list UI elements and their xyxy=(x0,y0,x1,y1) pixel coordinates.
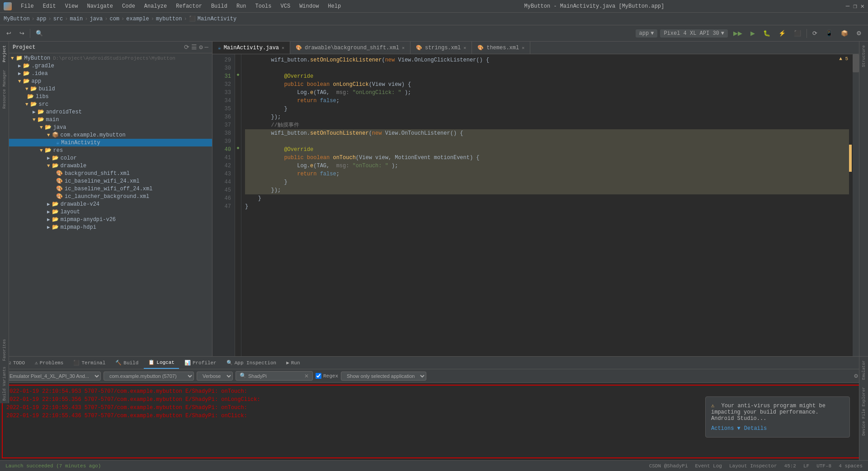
menu-window[interactable]: Window xyxy=(297,2,321,10)
editor-content[interactable]: ▲ 5 29 30 31 32 33 34 35 36 37 38 39 40 … xyxy=(212,54,859,356)
tree-item-mipmap-anydpi[interactable]: ▶ 📂 mipmap-anydpi-v26 xyxy=(9,216,212,223)
window-maximize-button[interactable]: ❐ xyxy=(853,2,857,10)
tab-mainactivity[interactable]: ☕ MainActivity.java ✕ xyxy=(212,42,290,54)
tab-close-button[interactable]: ✕ xyxy=(522,45,524,51)
tree-item-background-shift[interactable]: 🎨 background_shift.xml xyxy=(9,170,212,177)
tree-item-java[interactable]: ▼ 📂 java xyxy=(9,123,212,131)
resource-manager-tab[interactable]: Resource Manager xyxy=(1,68,8,110)
favorites-tab[interactable]: Favorites xyxy=(1,337,8,363)
panel-minimize-icon[interactable]: — xyxy=(205,43,208,51)
logcat-search-input[interactable] xyxy=(248,373,302,379)
menu-file[interactable]: File xyxy=(19,2,36,10)
breadcrumb-item-src[interactable]: src xyxy=(53,16,63,22)
window-close-button[interactable]: ✕ xyxy=(861,2,864,10)
structure-tab[interactable]: Structure xyxy=(861,43,867,69)
tree-item-mainactivity[interactable]: ☕ MainActivity xyxy=(9,139,212,146)
tab-run[interactable]: ▶ Run xyxy=(282,357,304,369)
run-config-selector[interactable]: app ▼ xyxy=(636,29,658,38)
tree-item-wifi-off-24[interactable]: 🎨 ic_baseline_wifi_off_24.xml xyxy=(9,185,212,193)
tab-terminal[interactable]: ⬛ Terminal xyxy=(69,357,110,369)
breadcrumb-item-mybutton[interactable]: MyButton xyxy=(4,16,30,22)
logcat-settings-icon[interactable]: ⚙ xyxy=(854,372,858,380)
build-variants-tab[interactable]: Build Variants xyxy=(1,365,8,403)
tab-strings[interactable]: 🎨 strings.xml ✕ xyxy=(410,42,472,54)
tree-item-wifi-24[interactable]: 🎨 ic_baseline_wifi_24.xml xyxy=(9,177,212,185)
breadcrumb-item-example[interactable]: example xyxy=(126,16,149,22)
undo-button[interactable]: ↩ xyxy=(4,29,14,38)
stop-button[interactable]: ⬛ xyxy=(791,29,804,38)
breadcrumb-item-main[interactable]: main xyxy=(70,16,83,22)
tree-item-libs[interactable]: 📂 libs xyxy=(9,93,212,100)
run-button[interactable]: ▶ xyxy=(748,29,758,38)
tree-item-idea[interactable]: ▶ 📂 .idea xyxy=(9,70,212,77)
breadcrumb-item-mainactivity[interactable]: ⬛ MainActivity xyxy=(189,15,236,22)
breadcrumb-item-app[interactable]: app xyxy=(37,16,47,22)
logcat-show-selected-dropdown[interactable]: Show only selected application xyxy=(341,372,426,381)
make-project-button[interactable]: ▶▶ xyxy=(731,29,745,38)
menu-refactor[interactable]: Refactor xyxy=(174,2,204,10)
menu-tools[interactable]: Tools xyxy=(254,2,274,10)
code-area[interactable]: wifi_button.setOnLongClickListener(new V… xyxy=(241,54,853,356)
panel-settings-icon[interactable]: ⚙ xyxy=(199,43,203,51)
logcat-search-box[interactable]: 🔍 ✕ xyxy=(236,371,313,381)
notification-details-button[interactable]: Details xyxy=(744,425,767,432)
logcat-verbose-selector[interactable]: Verbose xyxy=(197,372,233,381)
tab-close-button[interactable]: ✕ xyxy=(402,45,405,51)
menu-navigate[interactable]: Navigate xyxy=(85,2,115,10)
debug-button[interactable]: 🐛 xyxy=(760,29,773,38)
profile-button[interactable]: ⚡ xyxy=(776,29,788,38)
regex-checkbox-input[interactable] xyxy=(316,373,321,379)
search-everywhere-button[interactable]: 🔍 xyxy=(33,29,46,38)
tab-background-shift[interactable]: 🎨 drawable\background_shift.xml ✕ xyxy=(290,42,410,54)
tab-themes[interactable]: 🎨 themes.xml ✕ xyxy=(472,42,530,54)
tree-item-mipmap-hdpi[interactable]: ▶ 📂 mipmap-hdpi xyxy=(9,223,212,231)
menu-edit[interactable]: Edit xyxy=(41,2,58,10)
tree-item-app[interactable]: ▼ 📂 app xyxy=(9,77,212,85)
logcat-package-filter[interactable]: com.example.mybutton (5707) xyxy=(104,372,194,381)
window-minimize-button[interactable]: — xyxy=(846,2,849,10)
tab-app-inspection[interactable]: 🔍 App Inspection xyxy=(222,357,281,369)
menu-vcs[interactable]: VCS xyxy=(279,2,292,10)
tree-item-androidtest[interactable]: ▶ 📂 androidTest xyxy=(9,108,212,116)
device-selector[interactable]: Pixel 4 XL API 30 ▼ xyxy=(660,29,728,38)
tree-item-drawable-v24[interactable]: ▶ 📂 drawable-v24 xyxy=(9,200,212,208)
breadcrumb-item-java[interactable]: java xyxy=(90,16,103,22)
device-file-explorer-tab[interactable]: Device File Explorer xyxy=(861,385,867,438)
menu-code[interactable]: Code xyxy=(120,2,137,10)
tab-logcat[interactable]: 📋 Logcat xyxy=(144,357,179,369)
notification-actions-button[interactable]: Actions ▼ xyxy=(711,425,741,432)
tree-item-gradle[interactable]: ▶ 📂 .gradle xyxy=(9,62,212,70)
breadcrumb-item-com[interactable]: com xyxy=(109,16,119,22)
tree-item-drawable[interactable]: ▼ 📂 drawable xyxy=(9,162,212,170)
tab-close-button[interactable]: ✕ xyxy=(282,45,284,51)
tree-item-package[interactable]: ▼ 📦 com.example.mybutton xyxy=(9,131,212,139)
menu-run[interactable]: Run xyxy=(235,2,248,10)
tab-profiler[interactable]: 📊 Profiler xyxy=(180,357,221,369)
tab-close-button[interactable]: ✕ xyxy=(463,45,466,51)
logcat-device-selector[interactable]: Emulator Pixel_4_XL_API_30 And... xyxy=(4,372,101,381)
tree-item-mybutton-root[interactable]: ▼ 📁 MyButton D:\project\AndroidStudioPro… xyxy=(9,54,212,62)
project-sidebar-tab[interactable]: Project xyxy=(1,43,8,64)
scroll-thumb[interactable] xyxy=(853,54,859,72)
status-spaces[interactable]: 4 spaces xyxy=(837,463,864,469)
menu-analyze[interactable]: Analyze xyxy=(142,2,169,10)
logcat-regex-option[interactable]: Regex xyxy=(316,373,338,379)
sdk-button[interactable]: 📦 xyxy=(838,29,851,38)
tree-item-launcher-bg[interactable]: 🎨 ic_launcher_background.xml xyxy=(9,193,212,200)
avd-button[interactable]: 📱 xyxy=(823,29,835,38)
editor-scrollbar[interactable] xyxy=(853,54,859,356)
emulator-tab[interactable]: Emulator xyxy=(861,358,867,382)
status-lf[interactable]: LF xyxy=(802,463,811,469)
logcat-search-clear-button[interactable]: ✕ xyxy=(304,373,309,379)
tab-problems[interactable]: ⚠ Problems xyxy=(30,357,68,369)
tree-item-layout[interactable]: ▶ 📂 layout xyxy=(9,208,212,216)
panel-refresh-icon[interactable]: ⟳ xyxy=(184,43,189,51)
breadcrumb-item-mybutton2[interactable]: mybutton xyxy=(156,16,182,22)
tree-item-src[interactable]: ▼ 📂 src xyxy=(9,100,212,108)
settings-button[interactable]: ⚙ xyxy=(854,29,864,38)
tree-item-main[interactable]: ▼ 📂 main xyxy=(9,116,212,123)
sync-button[interactable]: ⟳ xyxy=(810,29,820,38)
menu-view[interactable]: View xyxy=(63,2,80,10)
tab-build[interactable]: 🔨 Build xyxy=(111,357,143,369)
tree-item-build[interactable]: ▼ 📂 build xyxy=(9,85,212,93)
